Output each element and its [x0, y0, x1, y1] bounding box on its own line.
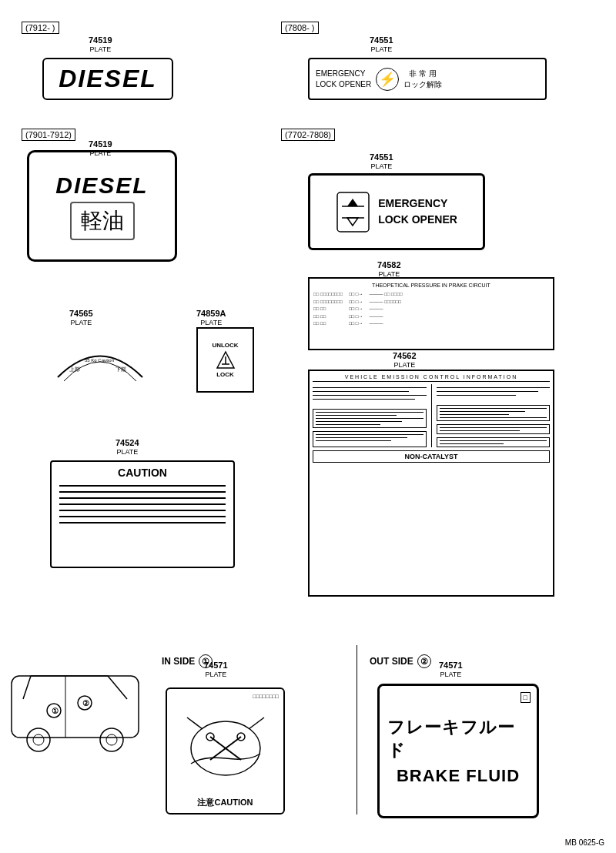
mb-reference: MB 0625-G	[565, 838, 604, 847]
date-range-mid-left: (7901-7912)	[22, 129, 75, 141]
part-label-74551-top: 74551 PLATE	[370, 35, 393, 55]
emission-title: VEHICLE EMISSION CONTROL INFORMATION	[313, 374, 550, 382]
svg-line-26	[249, 718, 264, 729]
part-label-74571-in: 74571 PLATE	[204, 660, 228, 680]
emergency-plate-large: EMERGENCY LOCK OPENER	[308, 173, 485, 250]
part-label-74571-out: 74571 PLATE	[439, 660, 463, 680]
svg-text:②: ②	[82, 699, 89, 707]
part-label-74519-top: 74519 PLATE	[89, 35, 112, 55]
svg-point-16	[27, 728, 50, 751]
emergency-text-small: EMERGENCY LOCK OPENER	[316, 69, 371, 90]
out-side-label: OUT SIDE ②	[370, 654, 431, 668]
diesel-plate-large: DIESEL 軽油	[27, 150, 177, 262]
svg-line-25	[187, 718, 203, 729]
caution-plate: CAUTION	[50, 460, 235, 568]
diesel-plate-small: DIESEL	[42, 58, 173, 100]
pressure-title: THEOPETICAL PRESSURE IN PRAKE CIRCUIT	[313, 283, 549, 288]
date-range-top-left: (7912- )	[22, 22, 59, 34]
brake-fluid-english: BRAKE FLUID	[397, 766, 520, 786]
svg-marker-3	[347, 218, 358, 226]
svg-line-12	[23, 676, 31, 699]
non-catalyst-label: NON-CATALYST	[313, 450, 550, 463]
brake-outside-plate: フレーキフルード BRAKE FLUID □	[377, 684, 539, 818]
emission-plate: VEHICLE EMISSION CONTROL INFORMATION	[308, 370, 554, 597]
emergency-text-large: EMERGENCY LOCK OPENER	[378, 196, 457, 228]
curved-plate-74565: 上部 55 Kg Caution 下部	[50, 331, 150, 385]
svg-point-19	[106, 734, 117, 745]
svg-point-17	[33, 734, 44, 745]
part-label-74524: 74524 PLATE	[116, 437, 139, 457]
out-side-circle: ②	[417, 654, 431, 668]
caution-jp-label: 注意CAUTION	[197, 797, 253, 808]
diesel-kanji: 軽油	[70, 202, 135, 240]
brake-inside-plate: □□□□□□□□ 注意CAUTION	[166, 687, 285, 815]
date-range-mid-right: (7702-7808)	[281, 129, 335, 141]
emergency-icon-small: ⚡	[376, 68, 399, 91]
car-diagram: ① ②	[8, 657, 142, 776]
svg-line-14	[108, 676, 127, 699]
caution-title: CAUTION	[59, 467, 226, 479]
emergency-icon-large	[336, 191, 370, 233]
part-label-74551-mid: 74551 PLATE	[370, 152, 393, 172]
diesel-label-small: DIESEL	[59, 65, 157, 93]
svg-text:55 Kg Caution: 55 Kg Caution	[85, 358, 114, 363]
diesel-label-large: DIESEL	[55, 172, 148, 199]
unlock-lock-plate: UNLOCK LOCK	[196, 327, 254, 393]
svg-point-18	[100, 728, 123, 751]
unlock-label: UNLOCK	[212, 342, 238, 349]
emergency-plate-small: EMERGENCY LOCK OPENER ⚡ 非 常 用 ロック解除	[308, 58, 547, 100]
part-label-74859a: 74859A PLATE	[196, 308, 226, 328]
svg-rect-11	[12, 676, 139, 738]
page-container: (7912- ) (7808- ) 74519 PLATE DIESEL 745…	[0, 0, 616, 853]
svg-marker-2	[347, 199, 358, 206]
svg-text:上部: 上部	[69, 366, 80, 372]
emergency-kanji: 非 常 用 ロック解除	[403, 69, 442, 90]
svg-text:下部: 下部	[116, 366, 126, 372]
pressure-plate: THEOPETICAL PRESSURE IN PRAKE CIRCUIT □□…	[308, 277, 554, 350]
part-label-74562: 74562 PLATE	[393, 350, 417, 370]
vertical-divider	[357, 645, 357, 815]
svg-text:①: ①	[52, 707, 59, 715]
lock-label: LOCK	[216, 371, 234, 378]
brake-fluid-japanese: フレーキフルード	[387, 716, 529, 762]
part-label-74565: 74565 PLATE	[69, 308, 93, 328]
caution-lines	[59, 485, 226, 524]
date-range-top-right: (7808- )	[281, 22, 319, 34]
